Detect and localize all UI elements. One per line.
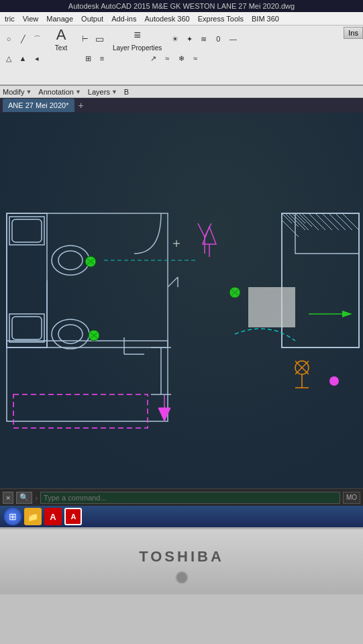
grid-btn[interactable]: ⊞: [82, 52, 94, 64]
wave-btn[interactable]: ≈: [161, 52, 173, 64]
ins-button[interactable]: Ins: [344, 27, 363, 39]
menu-bar: tric View Manage Output Add-ins Autodesk…: [0, 12, 363, 25]
title-text: Autodesk AutoCAD 2015 M&E GK WESTON LANE…: [68, 2, 295, 10]
list-btn[interactable]: ≡: [96, 52, 108, 64]
tab-label: ANE 27 Mei 2020*: [8, 101, 69, 109]
triangle-btn[interactable]: △: [3, 52, 15, 64]
menu-manage[interactable]: Manage: [44, 14, 75, 23]
b-menu[interactable]: B: [124, 88, 129, 96]
monitor-bezel: TOSHIBA: [0, 527, 363, 594]
layer-properties-btn[interactable]: ≡ Layer Properties: [110, 25, 164, 53]
lines-btn[interactable]: ≋: [197, 33, 209, 45]
command-bar: × 🔍 › MO: [0, 488, 363, 506]
draw-tools-row2: △ ▲ ◂ ⊞ ≡ ↗ ≈ ❄ ≈: [3, 52, 201, 64]
layers-label: Layers: [88, 88, 110, 96]
add-tab-button[interactable]: +: [76, 100, 87, 111]
menu-bim360[interactable]: BIM 360: [250, 14, 281, 23]
close-cmd-btn[interactable]: ×: [3, 492, 13, 504]
command-input[interactable]: [40, 492, 340, 504]
draw-tools-row1: ○ ╱ ⌒ A Text ⊢ ▭ ≡ Layer Properties ☀ ✦ …: [3, 25, 239, 53]
arrow-btn[interactable]: ↗: [147, 52, 159, 64]
sun-btn[interactable]: ☀: [169, 33, 181, 45]
b-label: B: [124, 88, 129, 96]
autocad-button[interactable]: A: [64, 508, 82, 525]
search-cmd-btn[interactable]: 🔍: [16, 492, 32, 504]
draw-arc-btn[interactable]: ⌒: [31, 33, 43, 45]
cmd-separator: ›: [35, 494, 38, 502]
taskbar: ⊞ 📁 A A: [0, 506, 363, 527]
annotation-arrow: ▼: [75, 89, 81, 95]
monitor-brand: TOSHIBA: [139, 548, 224, 566]
layers-menu[interactable]: Layers ▼: [88, 88, 117, 96]
rect-btn[interactable]: ▭: [93, 33, 105, 45]
text-label: Text: [55, 44, 67, 52]
solid-tri-btn[interactable]: ▲: [17, 52, 29, 64]
modify-menu[interactable]: Modify ▼: [3, 88, 32, 96]
title-bar: Autodesk AutoCAD 2015 M&E GK WESTON LANE…: [0, 0, 363, 12]
canvas-area[interactable]: [0, 113, 363, 488]
monitor-power-button[interactable]: [175, 571, 189, 584]
text-btn[interactable]: A Text: [48, 25, 74, 53]
ribbon-bottom-bar: Modify ▼ Annotation ▼ Layers ▼ B: [0, 86, 363, 98]
acrobat-button[interactable]: A: [44, 508, 62, 525]
tilde-btn[interactable]: ≈: [189, 52, 201, 64]
snowflake-btn[interactable]: ❄: [175, 52, 187, 64]
menu-express[interactable]: Express Tools: [196, 14, 246, 23]
menu-autodesk360[interactable]: Autodesk 360: [142, 14, 191, 23]
draw-circle-btn[interactable]: ○: [3, 33, 15, 45]
menu-addins[interactable]: Add-ins: [109, 14, 138, 23]
cad-drawing: [0, 113, 363, 488]
windows-start-button[interactable]: ⊞: [4, 508, 21, 525]
annotation-label: Annotation: [38, 88, 74, 96]
star-btn[interactable]: ✦: [183, 33, 195, 45]
dash-btn[interactable]: —: [227, 33, 239, 45]
draw-line-btn[interactable]: ╱: [17, 33, 29, 45]
menu-output[interactable]: Output: [79, 14, 105, 23]
menu-tric[interactable]: tric: [3, 14, 17, 23]
menu-view[interactable]: View: [21, 14, 41, 23]
ribbon-row2: △ ▲ ◂ ⊞ ≡ ↗ ≈ ❄ ≈: [3, 52, 360, 64]
ribbon-row1: ○ ╱ ⌒ A Text ⊢ ▭ ≡ Layer Properties ☀ ✦ …: [3, 27, 360, 51]
tab-bar: ANE 27 Mei 2020* +: [0, 98, 363, 113]
text-icon: A: [56, 26, 66, 44]
drawing-tab[interactable]: ANE 27 Mei 2020*: [3, 99, 74, 112]
zero-btn[interactable]: 0: [211, 33, 225, 45]
mode-indicator: MO: [343, 492, 360, 504]
folder-button[interactable]: 📁: [24, 508, 42, 525]
layers-arrow: ▼: [111, 89, 117, 95]
svg-rect-0: [0, 113, 363, 488]
svg-point-41: [329, 376, 339, 386]
svg-rect-37: [248, 287, 295, 327]
left-btn[interactable]: ◂: [31, 52, 43, 64]
ribbon: ○ ╱ ⌒ A Text ⊢ ▭ ≡ Layer Properties ☀ ✦ …: [0, 25, 363, 86]
layer-label: Layer Properties: [113, 44, 162, 52]
hatch-btn[interactable]: ⊢: [79, 33, 91, 45]
modify-label: Modify: [3, 88, 24, 96]
modify-arrow: ▼: [25, 89, 32, 95]
annotation-menu[interactable]: Annotation ▼: [38, 88, 81, 96]
layer-icon: ≡: [134, 26, 141, 44]
